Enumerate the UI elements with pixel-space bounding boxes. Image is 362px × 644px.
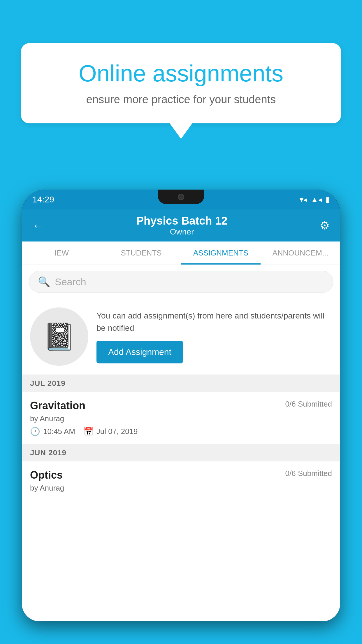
assignment-title-gravitation: Gravitation [30,400,85,412]
signal-icon: ▲◂ [311,195,322,204]
promo-icon-circle: 📓 [30,307,88,366]
speech-bubble-title: Online assignments [41,61,321,86]
notebook-icon: 📓 [43,321,75,352]
assignment-by-gravitation: by Anurag [30,414,332,423]
add-assignment-button[interactable]: Add Assignment [96,341,183,363]
assignment-date: 📅 Jul 07, 2019 [83,427,138,436]
header-subtitle: Owner [136,227,228,237]
promo-section: 📓 You can add assignment(s) from here an… [22,299,340,375]
assignment-item-gravitation[interactable]: Gravitation 0/6 Submitted by Anurag 🕐 10… [22,392,340,444]
front-camera [178,194,184,200]
clock-icon: 🕐 [30,427,40,436]
assignment-row-top: Gravitation 0/6 Submitted [30,400,332,412]
assignment-title-optics: Optics [30,469,63,481]
header-center: Physics Batch 12 Owner [136,215,228,237]
calendar-icon: 📅 [83,427,94,436]
assignment-status-optics: 0/6 Submitted [285,469,332,478]
phone-notch [158,190,204,204]
wifi-icon: ▾◂ [300,195,307,204]
tab-bar: IEW STUDENTS ASSIGNMENTS ANNOUNCEM... [22,242,340,265]
assignment-by-optics: by Anurag [30,484,332,493]
search-icon: 🔍 [38,276,50,288]
header-title: Physics Batch 12 [136,215,228,227]
speech-bubble-card: Online assignments ensure more practice … [21,43,341,123]
assignment-row-top-optics: Optics 0/6 Submitted [30,469,332,481]
promo-content: You can add assignment(s) from here and … [96,310,332,363]
tab-iew[interactable]: IEW [22,242,101,265]
month-separator-jul: JUL 2019 [22,375,340,392]
month-separator-jun: JUN 2019 [22,444,340,461]
assignment-time-value: 10:45 AM [43,427,75,436]
tab-assignments[interactable]: ASSIGNMENTS [181,242,261,265]
phone-wrapper: 14:29 ▾◂ ▲◂ ▮ ← Physics Batch 12 Owner ⚙ [22,190,340,644]
assignment-item-optics[interactable]: Optics 0/6 Submitted by Anurag [22,461,340,504]
phone-screen: 14:29 ▾◂ ▲◂ ▮ ← Physics Batch 12 Owner ⚙ [22,190,340,621]
phone-device: 14:29 ▾◂ ▲◂ ▮ ← Physics Batch 12 Owner ⚙ [22,190,340,621]
settings-icon[interactable]: ⚙ [320,219,330,232]
promo-text: You can add assignment(s) from here and … [96,310,332,334]
speech-bubble-tail [169,123,193,139]
search-placeholder: Search [55,276,86,288]
battery-icon: ▮ [326,195,330,204]
status-time: 14:29 [32,195,54,204]
tab-students[interactable]: STUDENTS [101,242,181,265]
back-button[interactable]: ← [32,219,44,232]
assignment-time: 🕐 10:45 AM [30,427,75,436]
assignment-meta-gravitation: 🕐 10:45 AM 📅 Jul 07, 2019 [30,427,332,436]
speech-bubble-subtitle: ensure more practice for your students [41,93,321,106]
tab-announcements[interactable]: ANNOUNCEM... [261,242,340,265]
app-header: ← Physics Batch 12 Owner ⚙ [22,209,340,242]
screen-body: 🔍 Search 📓 You can add assignment(s) fro… [22,265,340,621]
status-icons: ▾◂ ▲◂ ▮ [300,195,330,204]
speech-bubble-section: Online assignments ensure more practice … [21,43,341,139]
search-bar-wrapper: 🔍 Search [22,265,340,299]
search-bar[interactable]: 🔍 Search [29,271,333,293]
assignment-date-value: Jul 07, 2019 [96,427,138,436]
assignment-status-gravitation: 0/6 Submitted [285,400,332,409]
